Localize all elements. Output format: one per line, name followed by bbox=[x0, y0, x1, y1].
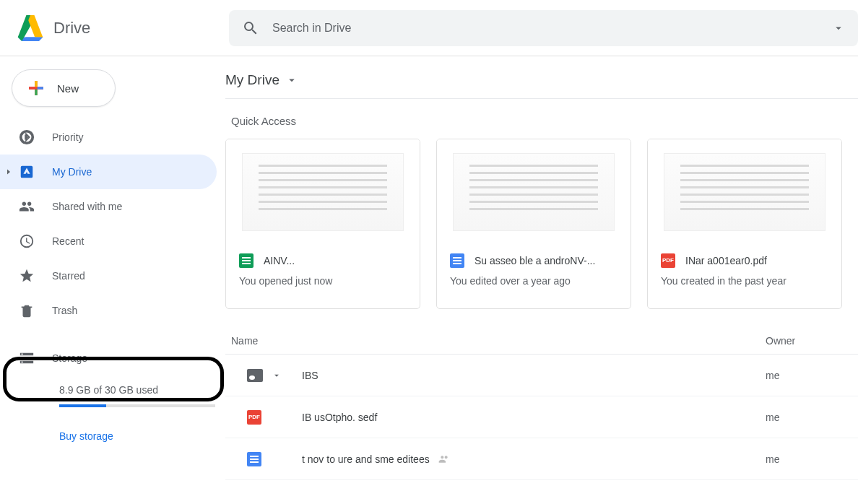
quick-access-card[interactable]: PDF INar a001ear0.pdf You created in the… bbox=[647, 139, 842, 309]
card-title: INar a001ear0.pdf bbox=[685, 255, 767, 266]
row-title: IB usOtpho. sedf bbox=[302, 412, 766, 423]
row-owner: me bbox=[766, 453, 852, 465]
sidebar-item-shared[interactable]: Shared with me bbox=[0, 189, 217, 224]
list-row[interactable]: t nov to ure and sme editees me bbox=[225, 438, 858, 480]
shared-icon bbox=[19, 199, 35, 214]
sidebar-label: Starred bbox=[52, 270, 85, 282]
list-header: Name Owner bbox=[225, 335, 858, 347]
storage-icon bbox=[19, 350, 35, 366]
docs-icon bbox=[247, 452, 261, 466]
trash-icon bbox=[19, 303, 35, 318]
card-thumbnail bbox=[437, 139, 630, 245]
list-row[interactable]: PDF IB usOtpho. sedf me bbox=[225, 396, 858, 438]
sidebar-item-storage[interactable]: Storage bbox=[0, 341, 217, 375]
search-icon bbox=[242, 19, 259, 37]
card-thumbnail bbox=[648, 139, 841, 245]
sidebar: New Priority My Drive Shared with me Rec… bbox=[0, 56, 217, 504]
card-title: AINV... bbox=[264, 255, 295, 266]
sidebar-label: Storage bbox=[52, 352, 87, 364]
sidebar-item-trash[interactable]: Trash bbox=[0, 293, 217, 328]
storage-usage-text: 8.9 GB of 30 GB used bbox=[59, 384, 199, 396]
row-owner: me bbox=[766, 412, 852, 423]
star-icon bbox=[19, 268, 35, 284]
quick-access-card[interactable]: Su asseo ble a androNV-... You edited ov… bbox=[436, 139, 631, 309]
priority-icon bbox=[19, 129, 35, 145]
drive-logo-icon bbox=[16, 15, 45, 41]
sidebar-label: Recent bbox=[52, 235, 84, 247]
plus-icon bbox=[25, 77, 47, 99]
chevron-down-icon[interactable] bbox=[272, 370, 282, 381]
quick-access-row: AINV... You opened just now Su asseo ble… bbox=[225, 139, 858, 309]
quick-access-card[interactable]: AINV... You opened just now bbox=[225, 139, 420, 309]
sidebar-label: Priority bbox=[52, 131, 84, 143]
expand-icon[interactable] bbox=[4, 168, 13, 176]
search-input[interactable] bbox=[272, 22, 819, 35]
card-thumbnail bbox=[226, 139, 420, 245]
docs-icon bbox=[450, 253, 464, 268]
list-row[interactable]: IBS me bbox=[225, 355, 858, 396]
main-content: My Drive Quick Access AINV... You opened… bbox=[217, 56, 858, 504]
storage-section: 8.9 GB of 30 GB used Buy storage bbox=[0, 375, 217, 443]
card-subtitle: You edited over a year ago bbox=[450, 275, 618, 287]
card-title: Su asseo ble a androNV-... bbox=[474, 255, 595, 266]
sidebar-label: Trash bbox=[52, 305, 77, 316]
search-bar[interactable] bbox=[229, 10, 858, 46]
shared-badge-icon bbox=[437, 453, 451, 465]
storage-bar bbox=[59, 404, 215, 407]
app-title: Drive bbox=[53, 19, 90, 38]
row-title: t nov to ure and sme editees bbox=[302, 453, 766, 465]
card-subtitle: You opened just now bbox=[239, 275, 407, 287]
sidebar-item-priority[interactable]: Priority bbox=[0, 120, 217, 155]
pdf-icon: PDF bbox=[247, 410, 261, 425]
card-subtitle: You created in the past year bbox=[661, 275, 828, 287]
sidebar-item-my-drive[interactable]: My Drive bbox=[0, 155, 217, 189]
column-name[interactable]: Name bbox=[231, 335, 766, 347]
quick-access-label: Quick Access bbox=[231, 115, 858, 127]
chevron-down-icon[interactable] bbox=[285, 74, 298, 87]
sidebar-label: Shared with me bbox=[52, 201, 122, 212]
drive-icon bbox=[19, 164, 35, 180]
column-owner[interactable]: Owner bbox=[766, 335, 852, 347]
buy-storage-link[interactable]: Buy storage bbox=[59, 430, 113, 442]
row-owner: me bbox=[766, 370, 852, 381]
logo-area[interactable]: Drive bbox=[9, 15, 229, 41]
pdf-icon: PDF bbox=[661, 253, 675, 268]
sidebar-item-starred[interactable]: Starred bbox=[0, 258, 217, 293]
sidebar-item-recent[interactable]: Recent bbox=[0, 224, 217, 258]
shared-folder-icon bbox=[247, 369, 263, 382]
row-title: IBS bbox=[302, 370, 766, 381]
recent-icon bbox=[19, 233, 35, 249]
sidebar-label: My Drive bbox=[52, 166, 92, 178]
new-button-label: New bbox=[57, 82, 79, 95]
breadcrumb-title: My Drive bbox=[225, 72, 280, 88]
new-button[interactable]: New bbox=[12, 69, 116, 107]
search-options-icon[interactable] bbox=[832, 22, 845, 35]
sheets-icon bbox=[239, 253, 254, 268]
breadcrumb[interactable]: My Drive bbox=[225, 68, 858, 98]
header: Drive bbox=[0, 0, 858, 56]
